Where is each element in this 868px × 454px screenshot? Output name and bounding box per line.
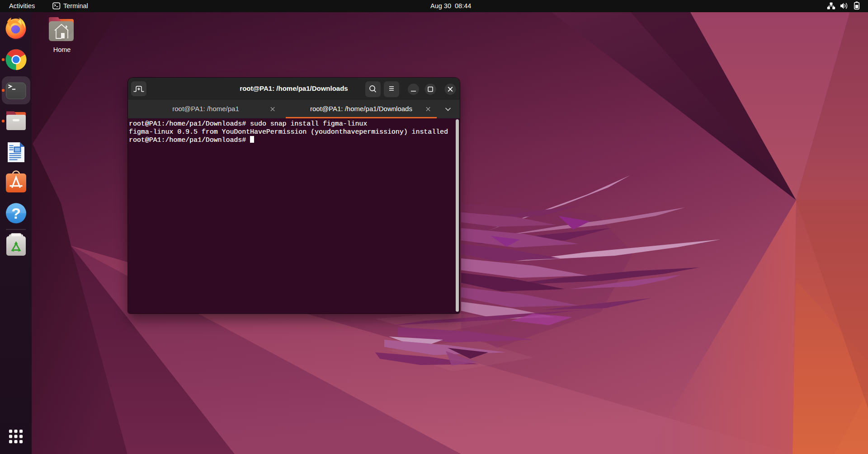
svg-text:Home: Home [53, 46, 71, 53]
svg-text:?: ? [11, 205, 21, 222]
